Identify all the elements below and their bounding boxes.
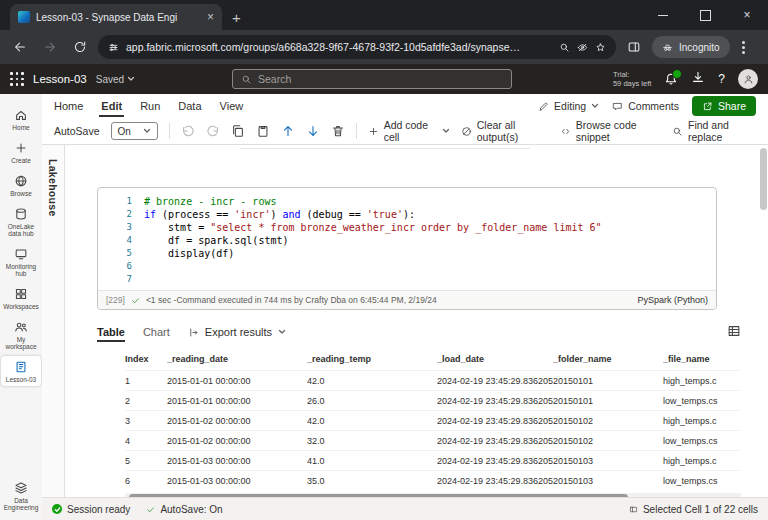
user-avatar[interactable] xyxy=(738,69,758,89)
code-line[interactable]: 7 xyxy=(98,273,716,286)
synapse-favicon-icon xyxy=(18,11,30,23)
nav-rail: HomeCreateBrowseOneLake data hubMonitori… xyxy=(0,94,42,520)
comments-button[interactable]: Comments xyxy=(612,100,679,112)
code-line[interactable]: 5 display(df) xyxy=(98,247,716,260)
tracking-protection-eye-slash-icon[interactable] xyxy=(577,42,588,53)
code-text: if (process == 'incr') and (debug == 'tr… xyxy=(144,208,415,221)
bookmark-star-icon[interactable] xyxy=(595,42,606,53)
search-icon[interactable] xyxy=(559,42,570,53)
undo-icon[interactable] xyxy=(181,124,195,138)
sidebar-item-data-engineering[interactable]: Data Engineering xyxy=(1,477,41,514)
sidebar-item-browse[interactable]: Browse xyxy=(1,170,41,200)
copy-icon[interactable] xyxy=(231,124,245,138)
results-tab-chart[interactable]: Chart xyxy=(143,320,170,344)
person-icon xyxy=(743,74,754,85)
share-button[interactable]: Share xyxy=(692,96,756,116)
sidebar-item-onelake-data-hub[interactable]: OneLake data hub xyxy=(1,203,41,240)
new-tab-button[interactable]: + xyxy=(232,9,241,26)
help-button[interactable]: ? xyxy=(718,72,725,86)
notifications-button[interactable] xyxy=(664,72,678,86)
downloads-button[interactable] xyxy=(691,70,705,88)
vertical-scrollbar[interactable] xyxy=(760,148,767,210)
find-and-replace-button[interactable]: Find and replace xyxy=(672,119,756,143)
sidebar-item-create[interactable]: Create xyxy=(1,137,41,167)
reload-button[interactable] xyxy=(68,35,92,59)
code-lines[interactable]: 1# bronze - incr - rows2if (process == '… xyxy=(98,188,716,290)
menu-tab-home[interactable]: Home xyxy=(54,94,83,118)
delete-cell-trash-icon[interactable] xyxy=(331,124,345,138)
clear-all-outputs-button[interactable]: Clear all output(s) xyxy=(461,119,549,143)
sidebar-item-workspaces[interactable]: Workspaces xyxy=(1,283,41,313)
results-tab-table[interactable]: Table xyxy=(97,320,125,344)
table-row[interactable]: 22015-01-01 00:00:0026.02024-02-19 23:45… xyxy=(125,390,741,410)
column-header[interactable]: _folder_name xyxy=(553,354,663,364)
header-actions: Trial: 59 days left ? xyxy=(613,69,758,89)
browse-code-snippet-button[interactable]: Browse code snippet xyxy=(560,119,661,143)
paste-icon[interactable] xyxy=(256,124,270,138)
column-header[interactable]: _file_name xyxy=(663,354,741,364)
sidebar-item-my-workspace[interactable]: My workspace xyxy=(1,316,41,353)
move-cell-up-icon[interactable] xyxy=(281,124,295,138)
cell-boundary-line xyxy=(240,148,530,149)
results-grid-view-button[interactable] xyxy=(727,324,741,340)
execution-count: [229] xyxy=(106,295,125,305)
download-icon xyxy=(691,70,705,84)
tab-close-icon[interactable]: × xyxy=(207,11,214,23)
code-line[interactable]: 3 stmt = "select * from bronze_weather_i… xyxy=(98,221,716,234)
add-code-cell-button[interactable]: Add code cell xyxy=(368,119,450,143)
code-line[interactable]: 1# bronze - incr - rows xyxy=(98,195,716,208)
home-icon xyxy=(14,108,28,122)
column-header[interactable]: _load_date xyxy=(437,354,553,364)
sidebar-item-monitoring-hub[interactable]: Monitoring hub xyxy=(1,243,41,280)
minimize-button[interactable] xyxy=(642,0,684,30)
export-results-button[interactable]: Export results xyxy=(188,326,286,338)
horizontal-scrollbar-thumb[interactable] xyxy=(129,494,628,497)
table-row[interactable]: 62015-01-03 00:00:0035.02024-02-19 23:45… xyxy=(125,470,741,490)
notebook-title[interactable]: Lesson-03 xyxy=(33,73,87,85)
lakehouse-collapsed-panel[interactable]: Lakehouse xyxy=(42,145,65,497)
back-button[interactable] xyxy=(8,35,32,59)
browser-menu-button[interactable] xyxy=(742,41,745,54)
code-line[interactable]: 6 xyxy=(98,260,716,273)
save-status[interactable]: Saved xyxy=(96,74,135,85)
column-header[interactable]: Index xyxy=(125,354,167,364)
address-input[interactable]: app.fabric.microsoft.com/groups/a668a328… xyxy=(98,35,616,59)
search-icon xyxy=(241,74,252,85)
column-header[interactable]: _reading_temp xyxy=(307,354,437,364)
editing-mode-button[interactable]: Editing xyxy=(538,100,599,112)
sidebar-item-label: OneLake data hub xyxy=(2,223,40,237)
browser-tab[interactable]: Lesson-03 - Synapse Data Engi × xyxy=(10,4,222,30)
close-button[interactable]: × xyxy=(726,0,768,30)
table-row[interactable]: 12015-01-01 00:00:0042.02024-02-19 23:45… xyxy=(125,370,741,390)
forward-button[interactable] xyxy=(38,35,62,59)
table-row[interactable]: 32015-01-02 00:00:0042.02024-02-19 23:45… xyxy=(125,410,741,430)
cell-language[interactable]: PySpark (Python) xyxy=(637,295,708,305)
trial-remaining: 59 days left xyxy=(613,79,651,88)
table-cell: high_temps.c xyxy=(663,376,741,386)
maximize-button[interactable] xyxy=(684,0,726,30)
sidebar-item-home[interactable]: Home xyxy=(1,104,41,134)
autosave-dropdown[interactable]: On xyxy=(111,122,158,140)
move-cell-down-icon[interactable] xyxy=(306,124,320,138)
horizontal-scrollbar-track[interactable] xyxy=(125,493,741,497)
toolbar-divider xyxy=(356,123,357,139)
redo-icon[interactable] xyxy=(206,124,220,138)
browse-snippet-label: Browse code snippet xyxy=(576,119,661,143)
table-row[interactable]: 42015-01-02 00:00:0032.02024-02-19 23:45… xyxy=(125,430,741,450)
code-line[interactable]: 2if (process == 'incr') and (debug == 't… xyxy=(98,208,716,221)
global-search-input[interactable]: Search xyxy=(232,69,512,89)
notebook-canvas[interactable]: 1# bronze - incr - rows2if (process == '… xyxy=(65,145,768,497)
menu-tab-run[interactable]: Run xyxy=(140,94,160,118)
column-header[interactable]: _reading_date xyxy=(167,354,307,364)
side-panel-button[interactable] xyxy=(622,35,646,59)
table-row[interactable]: 52015-01-03 00:00:0041.02024-02-19 23:45… xyxy=(125,450,741,470)
code-text: stmt = "select * from bronze_weather_inc… xyxy=(144,221,602,234)
sidebar-item-lesson-03[interactable]: Lesson-03 xyxy=(1,356,41,386)
code-line[interactable]: 4 df = spark.sql(stmt) xyxy=(98,234,716,247)
plus-icon xyxy=(368,126,379,137)
menu-tab-data[interactable]: Data xyxy=(178,94,201,118)
app-launcher-waffle-icon[interactable] xyxy=(10,72,24,86)
menu-tab-edit[interactable]: Edit xyxy=(101,94,122,118)
menu-tab-view[interactable]: View xyxy=(220,94,244,118)
code-cell[interactable]: 1# bronze - incr - rows2if (process == '… xyxy=(97,187,717,310)
